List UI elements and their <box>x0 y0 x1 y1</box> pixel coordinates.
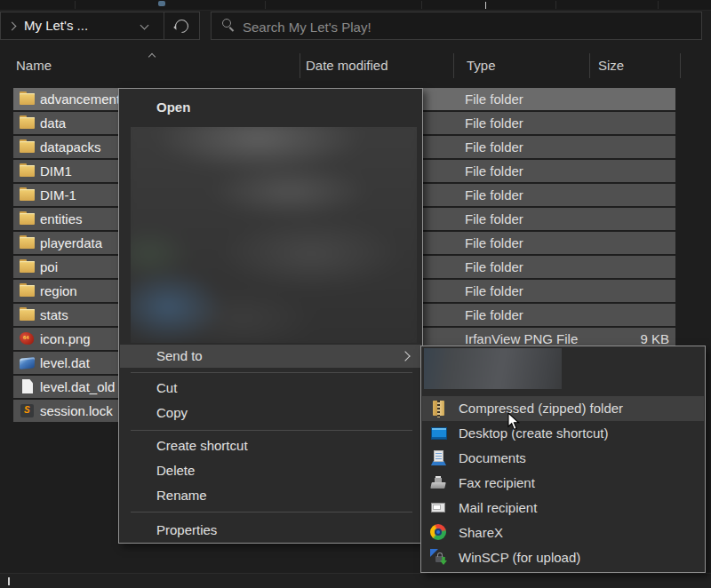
redacted-submenu-item <box>424 348 562 389</box>
menu-item-cut[interactable]: Cut <box>120 377 421 400</box>
file-name: stats <box>40 304 68 326</box>
menu-item-copy[interactable]: Copy <box>120 401 421 425</box>
folder-icon <box>17 184 36 206</box>
winscp-icon <box>430 549 448 567</box>
menu-item-rename[interactable]: Rename <box>120 484 421 507</box>
menu-item-label: Rename <box>156 484 207 507</box>
column-header-size[interactable]: Size <box>598 52 624 80</box>
menu-item-properties[interactable]: Properties <box>120 519 421 542</box>
file-type: File folder <box>465 136 523 158</box>
menu-item-label: Send to <box>156 345 203 368</box>
file-type: File folder <box>465 112 523 134</box>
send-to-item[interactable]: Compressed (zipped) folder <box>422 396 704 421</box>
file-name: datapacks <box>40 136 100 158</box>
address-dropdown-icon[interactable] <box>140 21 149 30</box>
folder-icon <box>17 256 36 278</box>
breadcrumb[interactable]: My Let's ... <box>24 12 88 39</box>
send-to-item-label: Fax recipient <box>459 471 535 496</box>
column-header-date-modified[interactable]: Date modified <box>306 52 388 80</box>
send-to-item[interactable]: ShareX <box>422 520 704 545</box>
fax-icon <box>430 474 448 492</box>
mouse-cursor <box>507 412 520 431</box>
desktop-icon <box>430 425 448 442</box>
menu-separator <box>131 372 412 373</box>
file-name: poi <box>40 256 58 278</box>
search-box[interactable] <box>211 12 702 40</box>
address-separator <box>164 12 164 39</box>
menu-item-label: Open <box>156 96 190 119</box>
send-to-item[interactable]: Desktop (create shortcut) <box>422 421 704 446</box>
file-name: level.dat_old <box>40 376 115 398</box>
file-type: File folder <box>465 208 523 230</box>
sublime-icon <box>17 400 36 422</box>
menu-item-label: Create shortcut <box>156 434 248 457</box>
column-header-name[interactable]: Name <box>16 52 52 80</box>
file-type: File folder <box>465 256 523 278</box>
folder-icon <box>17 232 36 254</box>
explorer-window: My Let's ... Name Date modified Type Siz… <box>0 0 711 588</box>
file-name: region <box>40 280 77 302</box>
redacted-menu-items <box>131 127 417 343</box>
ribbon-separator <box>555 1 556 9</box>
folder-icon <box>17 88 36 110</box>
send-to-item[interactable]: WinSCP (for upload) <box>422 545 704 570</box>
send-to-item-label: Desktop (create shortcut) <box>459 421 608 446</box>
ribbon-separator <box>265 1 266 9</box>
file-type: File folder <box>465 88 523 110</box>
file-name: DIM-1 <box>40 184 76 206</box>
search-icon <box>222 19 231 28</box>
column-divider[interactable] <box>453 53 454 78</box>
file-name: session.lock <box>40 400 113 422</box>
column-divider[interactable] <box>300 53 300 78</box>
file-type: File folder <box>465 160 523 182</box>
column-header-type[interactable]: Type <box>467 52 496 80</box>
ribbon-glyph <box>158 1 165 6</box>
file-name: playerdata <box>40 232 102 254</box>
send-to-item-label: Mail recipient <box>459 496 537 520</box>
menu-item-open[interactable]: Open <box>120 96 421 119</box>
menu-item-delete[interactable]: Delete <box>120 459 421 482</box>
send-to-item-label: ShareX <box>459 520 503 545</box>
ribbon-separator <box>75 1 76 9</box>
search-input[interactable] <box>241 12 689 41</box>
send-to-item[interactable]: Fax recipient <box>422 471 704 496</box>
menu-item-label: Properties <box>156 519 217 542</box>
send-to-item[interactable]: Documents <box>422 446 704 471</box>
file-type: File folder <box>465 280 523 302</box>
file-name: icon.png <box>40 328 91 350</box>
ribbon-separator <box>658 1 659 9</box>
zip-folder-icon <box>430 400 448 417</box>
refresh-icon[interactable] <box>172 17 191 36</box>
send-to-item-label: Documents <box>459 446 526 471</box>
menu-item-send-to[interactable]: Send to <box>120 345 421 368</box>
ribbon-sliver <box>0 0 711 11</box>
folder-icon <box>17 160 36 182</box>
context-menu: Open Send to Cut Copy Create shortcut De… <box>118 88 423 544</box>
send-to-submenu: Compressed (zipped) folderDesktop (creat… <box>420 346 706 573</box>
breadcrumb-chevron-icon <box>8 22 17 31</box>
column-divider[interactable] <box>680 53 681 78</box>
send-to-item[interactable]: Mail recipient <box>422 496 704 520</box>
menu-item-create-shortcut[interactable]: Create shortcut <box>120 434 421 457</box>
folder-icon <box>17 136 36 158</box>
folder-icon <box>17 304 36 326</box>
menu-item-label: Cut <box>156 377 177 400</box>
file-type: File folder <box>465 184 523 206</box>
file-name: entities <box>40 208 83 230</box>
documents-icon <box>430 449 448 467</box>
submenu-arrow-icon <box>400 351 410 361</box>
file-name: DIM1 <box>40 160 72 182</box>
ribbon-glyph <box>485 2 486 9</box>
irfanview-icon <box>17 328 36 350</box>
file-type: File folder <box>465 304 523 326</box>
sharex-icon <box>430 524 448 542</box>
menu-separator <box>131 512 412 513</box>
send-to-item-label: Compressed (zipped) folder <box>459 396 623 421</box>
file-type: File folder <box>465 232 523 254</box>
menu-separator <box>131 430 412 431</box>
file-name: level.dat <box>40 352 90 374</box>
column-divider[interactable] <box>589 53 590 78</box>
address-bar[interactable]: My Let's ... <box>0 12 200 40</box>
send-to-item-label: WinSCP (for upload) <box>459 545 580 570</box>
menu-item-label: Copy <box>156 401 188 425</box>
